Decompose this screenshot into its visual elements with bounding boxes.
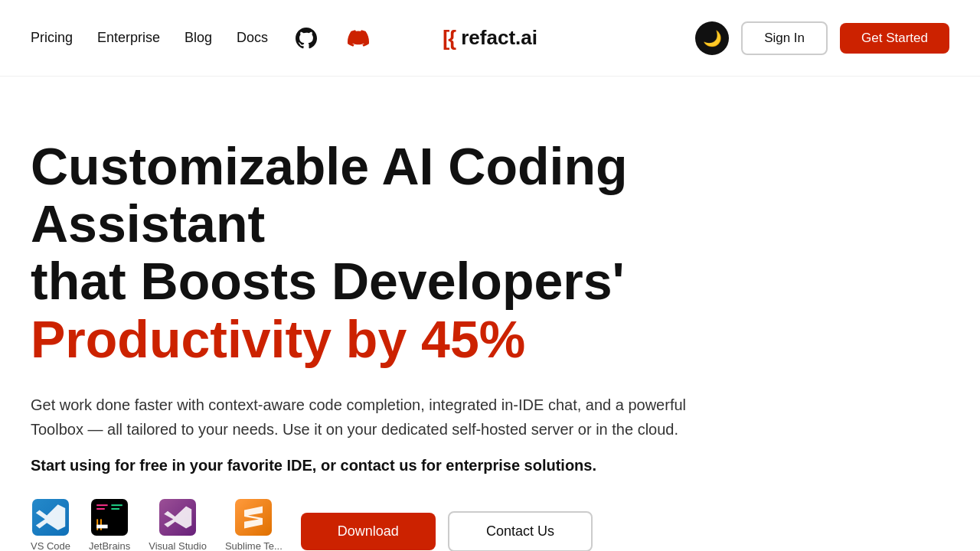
moon-icon: 🌙 (703, 29, 722, 47)
discord-icon[interactable] (345, 24, 372, 52)
theme-toggle[interactable]: 🌙 (695, 21, 729, 55)
ide-label-sublime: Sublime Te... (225, 540, 283, 551)
hero-description: Get work done faster with context-aware … (31, 393, 689, 442)
svg-rect-3 (96, 508, 105, 510)
contact-button[interactable]: Contact Us (448, 511, 593, 551)
logo-name: refact.ai (461, 26, 537, 50)
hero-cta-text: Start using for free in your favorite ID… (31, 457, 704, 474)
svg-rect-6 (112, 504, 122, 506)
ide-label-jetbrains: JetBrains (89, 540, 130, 551)
svg-rect-1 (91, 499, 128, 536)
ide-label-visual-studio: Visual Studio (149, 540, 207, 551)
nav-blog[interactable]: Blog (185, 30, 212, 46)
svg-rect-8 (96, 524, 107, 528)
ide-row: VS Code JetBrains (31, 499, 704, 551)
svg-rect-5 (100, 519, 102, 530)
visual-studio-icon (159, 499, 196, 536)
sign-in-button[interactable]: Sign In (741, 21, 828, 55)
download-button[interactable]: Download (301, 513, 436, 550)
nav-docs[interactable]: Docs (237, 30, 268, 46)
ide-item-sublime: Sublime Te... (225, 499, 283, 551)
jetbrains-icon (91, 499, 128, 536)
nav-enterprise[interactable]: Enterprise (97, 30, 160, 46)
nav-left: Pricing Enterprise Blog Docs (31, 24, 372, 52)
header: Pricing Enterprise Blog Docs [{ refact.a… (0, 0, 980, 77)
ide-label-vscode: VS Code (31, 540, 70, 551)
github-icon[interactable] (292, 24, 320, 52)
vscode-icon (32, 499, 69, 536)
logo-bracket: [{ (443, 26, 455, 51)
sublime-icon (235, 499, 272, 536)
hero-title-accent: Productivity by 45% (31, 309, 704, 369)
main-content: Customizable AI Coding Assistant that Bo… (0, 77, 735, 551)
ide-item-visual-studio: Visual Studio (149, 499, 207, 551)
ide-item-jetbrains: JetBrains (89, 499, 130, 551)
hero-title: Customizable AI Coding Assistant that Bo… (31, 138, 704, 370)
logo[interactable]: [{ refact.ai (443, 26, 537, 51)
ide-item-vscode: VS Code (31, 499, 70, 551)
nav-right: 🌙 Sign In Get Started (695, 21, 949, 55)
svg-rect-7 (112, 508, 120, 510)
cta-buttons: Download Contact Us (301, 511, 593, 551)
svg-rect-4 (96, 519, 98, 530)
get-started-button[interactable]: Get Started (840, 23, 949, 54)
nav-pricing[interactable]: Pricing (31, 30, 73, 46)
svg-rect-2 (96, 504, 107, 506)
